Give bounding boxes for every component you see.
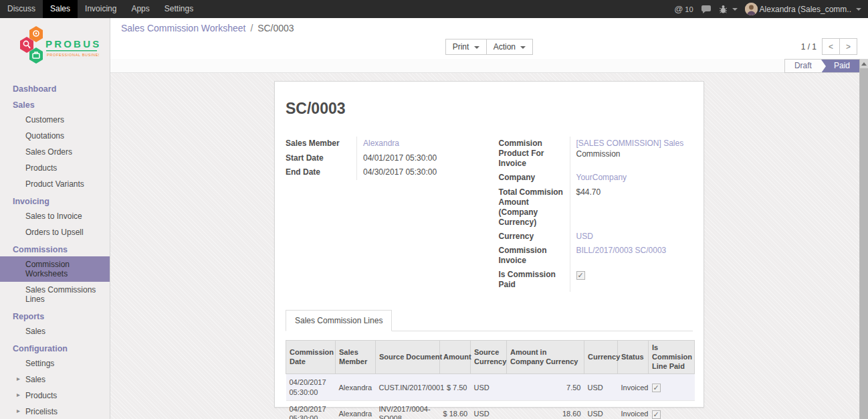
commission-product-text: Commission [576,149,621,159]
commission-product-link[interactable]: [SALES COMMISSION] Sales [576,139,684,148]
cell-line-paid [649,401,695,419]
col-header-status[interactable]: Status [618,341,649,374]
action-button[interactable]: Action [486,39,534,55]
commission-invoice-link[interactable]: BILL/2017/0003 SC/0003 [576,246,667,255]
status-band: Draft Paid [110,59,868,73]
total-commission-value: $44.70 [570,185,693,230]
cell-commission-date: 04/20/2017 05:30:00 [286,374,336,401]
sales-member-label: Sales Member [286,137,356,151]
pager: 1 / 1 < > [801,38,857,55]
form-sheet: SC/0003 Sales Member Alexandra Start Dat… [274,81,704,408]
commission-lines-table: Commission Date Sales Member Source Docu… [286,340,695,419]
menu-invoicing[interactable]: Invoicing [78,0,124,18]
col-header-amount[interactable]: Amount [440,341,471,374]
sidebar-item-sales-commissions-lines[interactable]: Sales Commissions Lines [0,282,110,307]
sidebar-item-products[interactable]: Products [0,160,110,176]
status-step-draft[interactable]: Draft [785,60,821,72]
tab-sales-commission-lines[interactable]: Sales Commission Lines [286,310,392,331]
sidebar-item-settings[interactable]: Settings [0,355,110,371]
user-menu-button[interactable]: Alexandra (Sales_comm.. [745,3,861,15]
col-header-sales-member[interactable]: Sales Member [336,341,376,374]
cell-status: Invoiced [618,401,649,419]
menu-sales[interactable]: Sales [43,0,78,18]
currency-link[interactable]: USD [576,232,593,241]
user-name: Alexandra (Sales_comm.. [760,5,851,14]
pager-next-button[interactable]: > [839,38,857,55]
sidebar-item-quotations[interactable]: Quotations [0,128,110,144]
at-icon: @ [674,4,683,14]
sidebar-section-configuration[interactable]: Configuration [0,339,110,355]
start-date-label: Start Date [286,151,356,166]
sidebar-section-sales[interactable]: Sales [0,96,110,112]
caret-down-icon [732,8,738,11]
table-row[interactable]: 04/20/2017 05:30:00 Alexandra INV/2017/0… [286,401,695,419]
content-area: SC/0003 Sales Member Alexandra Start Dat… [110,73,868,419]
scroll-up-button[interactable] [860,59,868,68]
sidebar-section-reports[interactable]: Reports [0,307,110,323]
cell-status: Invoiced [618,374,649,401]
avatar [745,3,758,15]
breadcrumb-parent-link[interactable]: Sales Commission Worksheet [121,23,245,33]
total-commission-label: Total Commision Amount (Company Currency… [499,185,570,230]
cell-amount: $ 7.50 [440,374,471,401]
sidebar-item-label: Products [25,391,57,400]
end-date-value: 04/30/2017 05:30:00 [356,165,490,180]
breadcrumb-current: SC/0003 [257,23,294,33]
sales-member-link[interactable]: Alexandra [363,139,399,148]
sidebar-section-commissions[interactable]: Commissions [0,240,110,256]
print-button-label: Print [453,42,469,52]
bug-icon [719,5,728,13]
line-paid-checkbox [652,384,661,392]
cell-sales-member: Alexandra [336,374,376,401]
col-header-source-currency[interactable]: Source Currency [471,341,507,374]
status-step-paid[interactable]: Paid [821,60,859,72]
activities-button[interactable]: @ 10 [674,4,693,14]
company-label: Company [499,171,570,185]
sidebar-item-orders-to-upsell[interactable]: Orders to Upsell [0,224,110,240]
sidebar-item-sales-to-invoice[interactable]: Sales to Invoice [0,208,110,224]
table-row[interactable]: 04/20/2017 05:30:00 Alexandra CUST.IN/20… [286,374,695,401]
main-panel: Sales Commission Worksheet / SC/0003 Pri… [110,18,868,419]
svg-text:PROFESSIONAL BUSINESS: PROFESSIONAL BUSINESS [47,53,99,57]
col-header-amount-company-currency[interactable]: Amount in Company Currency [507,341,584,374]
sidebar-item-config-products[interactable]: ▸ Products [0,388,110,404]
col-header-currency[interactable]: Currency [584,341,618,374]
expand-caret-icon: ▸ [17,407,20,414]
cell-source-document: CUST.IN/2017/0001 [376,374,440,401]
commission-product-label: Commision Product For Invoice [499,137,570,171]
cell-currency: USD [584,374,618,401]
col-header-source-document[interactable]: Source Document [376,341,440,374]
sidebar-item-config-pricelists[interactable]: ▸ Pricelists [0,404,110,419]
debug-menu-button[interactable] [719,5,738,13]
action-button-label: Action [494,42,516,52]
scroll-up-icon [861,62,867,66]
cell-line-paid [649,374,695,401]
start-date-value: 04/01/2017 05:30:00 [356,151,490,166]
sidebar-item-config-sales[interactable]: ▸ Sales [0,371,110,388]
pager-previous-button[interactable]: < [822,38,840,55]
sidebar-item-commission-worksheets[interactable]: Commission Worksheets [0,256,110,282]
menu-discuss[interactable]: Discuss [0,0,43,18]
sidebar-section-invoicing[interactable]: Invoicing [0,192,110,208]
messages-button[interactable] [701,5,712,14]
company-link[interactable]: YourCompany [576,173,627,182]
scrollbar-thumb[interactable] [860,68,868,419]
form-group-right: Commision Product For Invoice [SALES COM… [490,137,693,292]
caret-down-icon [474,46,479,49]
sidebar-item-dashboard[interactable]: Dashboard [0,80,110,96]
sidebar-item-sales-orders[interactable]: Sales Orders [0,144,110,160]
vertical-scrollbar[interactable] [859,59,868,419]
print-button[interactable]: Print [445,39,487,55]
menu-apps[interactable]: Apps [124,0,156,18]
cell-amount: $ 18.60 [440,401,471,419]
col-header-commission-date[interactable]: Commission Date [286,341,336,374]
line-paid-checkbox [652,410,661,419]
sidebar: PROBUSE PROFESSIONAL BUSINESS Dashboard … [0,18,110,419]
sidebar-item-product-variants[interactable]: Product Variants [0,176,110,192]
cell-source-currency: USD [471,374,507,401]
col-header-is-commision-line-paid[interactable]: Is Commision Line Paid [649,341,695,374]
sidebar-item-customers[interactable]: Customers [0,112,110,128]
svg-text:PROBUSE: PROBUSE [45,38,99,50]
menu-settings[interactable]: Settings [157,0,201,18]
sidebar-item-reports-sales[interactable]: Sales [0,323,110,339]
